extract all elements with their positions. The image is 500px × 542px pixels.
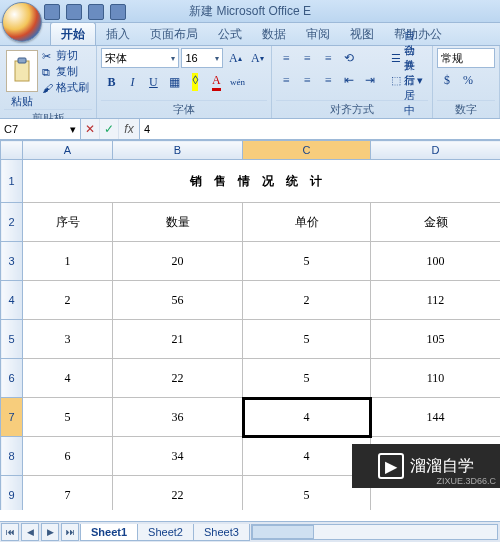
enter-button[interactable]: ✓ xyxy=(100,119,119,139)
percent-button[interactable]: % xyxy=(458,70,478,90)
cell[interactable]: 21 xyxy=(113,320,243,359)
chevron-down-icon: ▾ xyxy=(215,54,219,63)
col-header-B[interactable]: B xyxy=(113,141,243,160)
cell[interactable]: 序号 xyxy=(23,203,113,242)
indent-inc-button[interactable]: ⇥ xyxy=(360,70,380,90)
sheet-nav-prev[interactable]: ◀ xyxy=(21,523,39,541)
tab-view[interactable]: 视图 xyxy=(340,23,384,45)
cell[interactable]: 销售情况统计 xyxy=(23,160,501,203)
font-size-combo[interactable]: 16▾ xyxy=(181,48,223,68)
grow-font-button[interactable]: A▴ xyxy=(225,48,245,68)
row-header[interactable]: 1 xyxy=(1,160,23,203)
horizontal-scrollbar[interactable] xyxy=(251,524,498,540)
fill-color-button[interactable]: ◊ xyxy=(185,72,205,92)
underline-button[interactable]: U xyxy=(143,72,163,92)
tab-review[interactable]: 审阅 xyxy=(296,23,340,45)
cell[interactable]: 7 xyxy=(23,476,113,511)
indent-dec-button[interactable]: ⇤ xyxy=(339,70,359,90)
cell[interactable]: 112 xyxy=(371,281,501,320)
cell[interactable]: 105 xyxy=(371,320,501,359)
cell[interactable]: 5 xyxy=(243,242,371,281)
col-header-C[interactable]: C xyxy=(243,141,371,160)
merge-center-button[interactable]: ⬚ 合并后居中▾ xyxy=(386,70,428,90)
row-header[interactable]: 2 xyxy=(1,203,23,242)
cell[interactable]: 110 xyxy=(371,359,501,398)
sheet-tab[interactable]: Sheet2 xyxy=(137,524,194,541)
tab-layout[interactable]: 页面布局 xyxy=(140,23,208,45)
cell[interactable]: 144 xyxy=(371,398,501,437)
sheet-nav-last[interactable]: ⏭ xyxy=(61,523,79,541)
sheet-nav-next[interactable]: ▶ xyxy=(41,523,59,541)
cell[interactable]: 36 xyxy=(113,398,243,437)
bold-button[interactable]: B xyxy=(101,72,121,92)
scroll-thumb[interactable] xyxy=(252,525,314,539)
paste-button[interactable] xyxy=(6,50,38,92)
cell[interactable]: 5 xyxy=(243,320,371,359)
cell[interactable]: 1 xyxy=(23,242,113,281)
worksheet[interactable]: A B C D 1销售情况统计2序号数量单价金额3120510042562112… xyxy=(0,140,500,510)
cell[interactable]: 22 xyxy=(113,476,243,511)
row-header[interactable]: 9 xyxy=(1,476,23,511)
italic-button[interactable]: I xyxy=(122,72,142,92)
cell[interactable]: 2 xyxy=(23,281,113,320)
sheet-nav-first[interactable]: ⏮ xyxy=(1,523,19,541)
row-header[interactable]: 5 xyxy=(1,320,23,359)
align-middle-button[interactable]: ≡ xyxy=(297,48,317,68)
cell[interactable]: 单价 xyxy=(243,203,371,242)
phonetic-button[interactable]: wén xyxy=(227,72,247,92)
cell[interactable]: 金额 xyxy=(371,203,501,242)
cell[interactable]: 数量 xyxy=(113,203,243,242)
tab-insert[interactable]: 插入 xyxy=(96,23,140,45)
cell[interactable]: 5 xyxy=(23,398,113,437)
cell[interactable]: 3 xyxy=(23,320,113,359)
copy-button[interactable]: ⧉复制 xyxy=(42,64,89,79)
tab-formula[interactable]: 公式 xyxy=(208,23,252,45)
cell[interactable]: 20 xyxy=(113,242,243,281)
row-header[interactable]: 4 xyxy=(1,281,23,320)
row-header[interactable]: 6 xyxy=(1,359,23,398)
align-center-button[interactable]: ≡ xyxy=(297,70,317,90)
cell[interactable]: 2 xyxy=(243,281,371,320)
row-header[interactable]: 3 xyxy=(1,242,23,281)
sheet-tab[interactable]: Sheet1 xyxy=(80,524,138,541)
select-all-corner[interactable] xyxy=(1,141,23,160)
cut-button[interactable]: ✂剪切 xyxy=(42,48,89,63)
shrink-font-button[interactable]: A▾ xyxy=(247,48,267,68)
align-top-button[interactable]: ≡ xyxy=(276,48,296,68)
col-header-D[interactable]: D xyxy=(371,141,501,160)
align-bottom-button[interactable]: ≡ xyxy=(318,48,338,68)
formatpainter-button[interactable]: 🖌格式刷 xyxy=(42,80,89,95)
cell[interactable]: 34 xyxy=(113,437,243,476)
cell[interactable]: 56 xyxy=(113,281,243,320)
cell[interactable]: 4 xyxy=(23,359,113,398)
name-box[interactable]: C7▾ xyxy=(0,119,81,139)
office-button[interactable] xyxy=(2,2,42,42)
qat-undo-icon[interactable] xyxy=(66,4,82,20)
cancel-button[interactable]: ✕ xyxy=(81,119,100,139)
formula-input[interactable]: 4 xyxy=(140,119,500,139)
orientation-button[interactable]: ⟲ xyxy=(339,48,359,68)
currency-button[interactable]: $ xyxy=(437,70,457,90)
row-header[interactable]: 8 xyxy=(1,437,23,476)
number-format-combo[interactable]: 常规 xyxy=(437,48,495,68)
border-button[interactable]: ▦ xyxy=(164,72,184,92)
fx-icon[interactable]: fx xyxy=(119,119,140,139)
tab-home[interactable]: 开始 xyxy=(50,22,96,45)
align-right-button[interactable]: ≡ xyxy=(318,70,338,90)
cell[interactable]: 5 xyxy=(243,359,371,398)
sheet-tab[interactable]: Sheet3 xyxy=(193,524,250,541)
cell[interactable]: 100 xyxy=(371,242,501,281)
chevron-down-icon: ▾ xyxy=(70,123,76,136)
qat-print-icon[interactable] xyxy=(110,4,126,20)
font-name-combo[interactable]: 宋体▾ xyxy=(101,48,179,68)
align-left-button[interactable]: ≡ xyxy=(276,70,296,90)
cell[interactable]: 22 xyxy=(113,359,243,398)
qat-redo-icon[interactable] xyxy=(88,4,104,20)
font-color-button[interactable]: A xyxy=(206,72,226,92)
tab-data[interactable]: 数据 xyxy=(252,23,296,45)
qat-save-icon[interactable] xyxy=(44,4,60,20)
cell[interactable]: 4 xyxy=(243,398,371,437)
row-header[interactable]: 7 xyxy=(1,398,23,437)
col-header-A[interactable]: A xyxy=(23,141,113,160)
cell[interactable]: 6 xyxy=(23,437,113,476)
